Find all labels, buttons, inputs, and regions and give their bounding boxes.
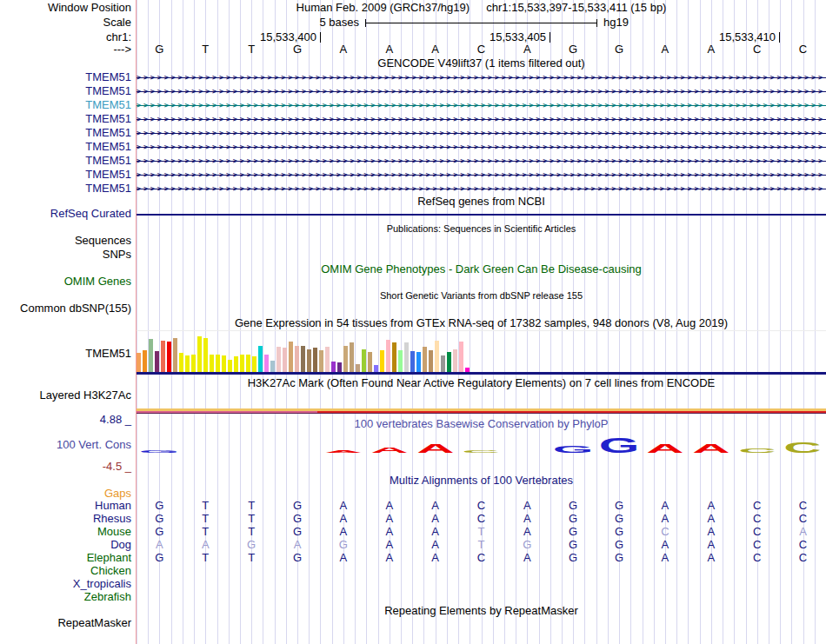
aligned-base: G — [137, 500, 183, 513]
aligned-base: A — [275, 539, 321, 552]
gencode-gene-row[interactable]: TMEM51>>>>>>>>>>>>>>>>>>>>>>>>>>>>>>>>>>… — [0, 112, 826, 126]
dbsnp-title-row: Short Genetic Variants from dbSNP releas… — [0, 289, 826, 302]
gtex-tissue-bar[interactable] — [356, 364, 360, 372]
gene-arrow-line[interactable]: >>>>>>>>>>>>>>>>>>>>>>>>>>>>>>>>>>>>>>>>… — [137, 154, 826, 168]
aligned-base: A — [320, 552, 366, 565]
aligned-base: G — [137, 513, 183, 526]
multiz-species-row[interactable]: ElephantGTTGAAACAGGAACC — [0, 552, 826, 565]
gencode-gene-row[interactable]: TMEM51>>>>>>>>>>>>>>>>>>>>>>>>>>>>>>>>>>… — [0, 182, 826, 196]
aligned-base: G — [229, 539, 275, 552]
scale-bases: 5 bases — [137, 17, 359, 29]
gencode-gene-row[interactable]: TMEM51>>>>>>>>>>>>>>>>>>>>>>>>>>>>>>>>>>… — [0, 126, 826, 140]
base-letter: C — [780, 43, 826, 56]
strand-chevrons: >>>>>>>>>>>>>>>>>>>>>>>>>>>>>>>>>>>>>>>>… — [137, 87, 825, 96]
aligned-base: A — [412, 552, 458, 565]
gtex-tissue-bar[interactable] — [337, 362, 342, 372]
strand-chevrons: >>>>>>>>>>>>>>>>>>>>>>>>>>>>>>>>>>>>>>>>… — [137, 129, 825, 137]
gtex-baseline[interactable] — [137, 372, 826, 375]
aligned-base: G — [596, 526, 643, 539]
scale-ruler — [365, 19, 597, 27]
gene-arrow-line[interactable]: >>>>>>>>>>>>>>>>>>>>>>>>>>>>>>>>>>>>>>>>… — [137, 182, 826, 196]
gencode-gene-row[interactable]: TMEM51>>>>>>>>>>>>>>>>>>>>>>>>>>>>>>>>>>… — [0, 168, 826, 182]
species-label: Elephant — [0, 552, 131, 564]
sequences-row: Sequences — [0, 235, 826, 247]
species-bases: GTTGAAACAGGAACC — [137, 500, 826, 513]
aligned-base: A — [412, 526, 458, 539]
aligned-base: A — [320, 513, 366, 526]
multiz-species-row[interactable]: HumanGTTGAAACAGGAACC — [0, 500, 826, 513]
scale-label: Scale — [0, 17, 131, 29]
aligned-base: A — [137, 539, 183, 552]
gencode-gene-row[interactable]: TMEM51>>>>>>>>>>>>>>>>>>>>>>>>>>>>>>>>>>… — [0, 154, 826, 168]
aligned-base: C — [780, 513, 826, 526]
base-letter: A — [504, 43, 550, 56]
aligned-base: A — [412, 539, 458, 552]
base-letters[interactable]: GTTGAAACAGGAACC — [137, 43, 826, 56]
snps-row: SNPs — [0, 249, 826, 261]
multiz-species-row[interactable]: X_tropicalis — [0, 578, 826, 591]
gene-label: TMEM51 — [0, 98, 131, 112]
aligned-base: G — [550, 526, 596, 539]
aligned-base: C — [734, 500, 780, 513]
gene-arrow-line[interactable]: >>>>>>>>>>>>>>>>>>>>>>>>>>>>>>>>>>>>>>>>… — [137, 112, 826, 126]
gtex-tissue-bar[interactable] — [331, 362, 336, 372]
aligned-base: G — [550, 500, 596, 513]
multiz-species-row[interactable]: RhesusGTTGAAACAGGAACC — [0, 513, 826, 526]
species-label: Zebrafish — [0, 591, 131, 603]
multiz-species-row[interactable]: DogAAGAGAATGGGAACC — [0, 539, 826, 552]
gene-arrow-line[interactable]: >>>>>>>>>>>>>>>>>>>>>>>>>>>>>>>>>>>>>>>>… — [137, 126, 826, 140]
dbsnp-track-title: Short Genetic Variants from dbSNP releas… — [137, 289, 826, 302]
gene-arrow-line[interactable]: >>>>>>>>>>>>>>>>>>>>>>>>>>>>>>>>>>>>>>>>… — [137, 84, 826, 98]
gtex-tissue-bar[interactable] — [374, 365, 378, 372]
aligned-base: G — [596, 552, 643, 565]
base-letter: C — [458, 43, 504, 56]
multiz-species-row[interactable]: MouseGTTGAAATAGGCACA — [0, 526, 826, 539]
scale-row: Scale 5 bases hg19 — [0, 17, 826, 29]
gtex-tissue-bar[interactable] — [228, 360, 232, 372]
aligned-base: A — [183, 539, 229, 552]
common-dbsnp-label: Common dbSNP(155) — [0, 302, 131, 315]
gaps-row: Gaps — [0, 488, 826, 500]
aligned-base: A — [366, 539, 412, 552]
species-label: Chicken — [0, 565, 131, 577]
aligned-base: G — [275, 500, 321, 513]
aligned-base: A — [366, 526, 412, 539]
aligned-base: T — [229, 513, 275, 526]
aligned-base: G — [320, 539, 366, 552]
gaps-label: Gaps — [0, 488, 131, 500]
omim-track-title: OMIM Gene Phenotypes - Dark Green Can Be… — [137, 263, 826, 276]
gene-label: TMEM51 — [0, 182, 131, 196]
aligned-base: G — [275, 526, 321, 539]
gene-arrow-line[interactable]: >>>>>>>>>>>>>>>>>>>>>>>>>>>>>>>>>>>>>>>>… — [137, 98, 826, 112]
gtex-tissue-bar[interactable] — [270, 361, 275, 372]
multiz-species-row[interactable]: Chicken — [0, 565, 826, 578]
aligned-base: A — [412, 500, 458, 513]
aligned-base: A — [366, 513, 412, 526]
aligned-base: A — [642, 552, 688, 565]
scale-assembly: hg19 — [603, 17, 629, 29]
conservation-track-title: 100 vertebrates Basewise Conservation by… — [137, 418, 826, 430]
aligned-base: A — [320, 526, 366, 539]
gene-arrow-line[interactable]: >>>>>>>>>>>>>>>>>>>>>>>>>>>>>>>>>>>>>>>>… — [137, 70, 826, 84]
gencode-gene-row[interactable]: TMEM51>>>>>>>>>>>>>>>>>>>>>>>>>>>>>>>>>>… — [0, 84, 826, 98]
gene-arrow-line[interactable]: >>>>>>>>>>>>>>>>>>>>>>>>>>>>>>>>>>>>>>>>… — [137, 140, 826, 154]
refseq-curated-label: RefSeq Curated — [0, 208, 131, 220]
conservation-min-label: -4.5 _ — [0, 461, 131, 473]
base-letter: G — [137, 43, 183, 56]
species-label: Rhesus — [0, 513, 131, 525]
gencode-gene-row[interactable]: TMEM51>>>>>>>>>>>>>>>>>>>>>>>>>>>>>>>>>>… — [0, 98, 826, 112]
gencode-gene-row[interactable]: TMEM51>>>>>>>>>>>>>>>>>>>>>>>>>>>>>>>>>>… — [0, 70, 826, 84]
multiz-species-row[interactable]: Zebrafish — [0, 591, 826, 604]
strand-chevrons: >>>>>>>>>>>>>>>>>>>>>>>>>>>>>>>>>>>>>>>>… — [137, 143, 825, 151]
refseq-gene-line[interactable] — [137, 214, 826, 216]
position-range: chr1:15,533,397-15,533,411 (15 bp) — [486, 1, 666, 14]
gene-arrow-line[interactable]: >>>>>>>>>>>>>>>>>>>>>>>>>>>>>>>>>>>>>>>>… — [137, 168, 826, 182]
assembly-title: Human Feb. 2009 (GRCh37/hg19) — [296, 1, 470, 14]
cons-min-row: -4.5 _ — [0, 461, 826, 473]
omim-row: OMIM Genes — [0, 276, 826, 288]
gencode-gene-row[interactable]: TMEM51>>>>>>>>>>>>>>>>>>>>>>>>>>>>>>>>>>… — [0, 140, 826, 154]
h3k27ac-track-title: H3K27Ac Mark (Often Found Near Active Re… — [137, 377, 826, 389]
aligned-base: G — [550, 513, 596, 526]
strand-chevrons: >>>>>>>>>>>>>>>>>>>>>>>>>>>>>>>>>>>>>>>>… — [137, 156, 825, 165]
aligned-base: G — [596, 513, 643, 526]
